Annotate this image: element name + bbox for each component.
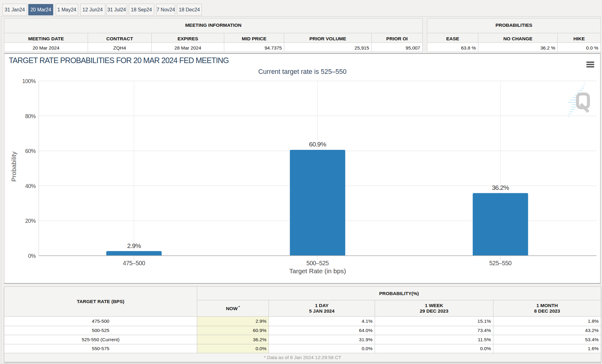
svg-text:60%: 60%: [25, 148, 36, 154]
svg-text:36.2%: 36.2%: [492, 184, 509, 191]
svg-text:Probability: Probability: [10, 151, 17, 182]
svg-text:100%: 100%: [22, 78, 36, 84]
svg-text:475–500: 475–500: [123, 260, 145, 266]
svg-text:0%: 0%: [28, 253, 36, 259]
svg-text:Target Rate (in bps): Target Rate (in bps): [289, 267, 346, 274]
svg-text:525–550: 525–550: [489, 260, 512, 266]
svg-text:60.9%: 60.9%: [309, 141, 326, 148]
svg-text:20%: 20%: [25, 218, 36, 224]
svg-text:Current target rate is 525–550: Current target rate is 525–550: [258, 68, 347, 75]
svg-text:40%: 40%: [25, 183, 36, 189]
svg-text:80%: 80%: [25, 113, 36, 119]
svg-text:500–525: 500–525: [306, 260, 329, 266]
svg-text:2.9%: 2.9%: [127, 242, 141, 249]
svg-text:TARGET RATE PROBABILITIES FOR: TARGET RATE PROBABILITIES FOR 20 MAR 202…: [9, 56, 229, 65]
